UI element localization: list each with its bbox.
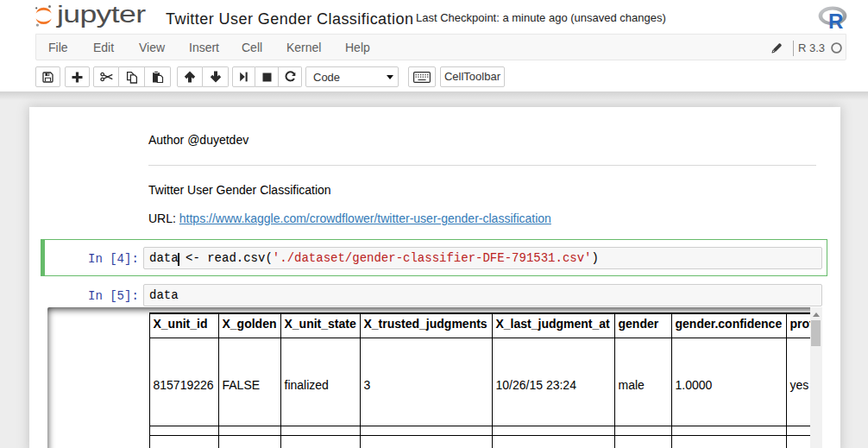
svg-text:R: R (828, 9, 843, 30)
